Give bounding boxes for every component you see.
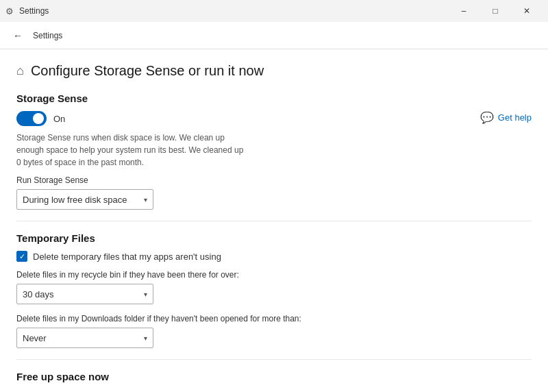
downloads-dropdown[interactable]: Never ▾ xyxy=(16,328,153,348)
temp-files-checkbox-row: ✓ Delete temporary files that my apps ar… xyxy=(16,251,532,262)
temp-files-checkbox-label: Delete temporary files that my apps aren… xyxy=(33,252,221,262)
get-help-link[interactable]: Get help xyxy=(498,112,532,123)
storage-sense-section: Storage Sense On Storage Sense runs when… xyxy=(16,93,532,210)
downloads-dropdown-arrow: ▾ xyxy=(144,334,147,342)
nav-title: Settings xyxy=(33,31,62,40)
storage-sense-toggle[interactable] xyxy=(16,111,47,126)
close-button[interactable]: ✕ xyxy=(511,0,543,22)
toggle-label: On xyxy=(53,114,65,124)
run-storage-sense-field: Run Storage Sense During low free disk s… xyxy=(16,175,532,210)
recycle-dropdown-arrow: ▾ xyxy=(144,291,147,298)
toggle-thumb xyxy=(33,113,44,124)
free-up-space-description: If you're low on space, we can try to cl… xyxy=(16,389,249,392)
recycle-bin-dropdown[interactable]: 30 days ▾ xyxy=(16,284,153,304)
title-bar: ⚙ Settings – □ ✕ xyxy=(0,0,548,22)
minimize-button[interactable]: – xyxy=(448,0,480,22)
run-dropdown-arrow: ▾ xyxy=(144,196,147,204)
title-bar-controls: – □ ✕ xyxy=(448,0,543,22)
divider-2 xyxy=(16,359,532,360)
free-up-space-title: Free up space now xyxy=(16,371,532,382)
run-dropdown-value: During low free disk space xyxy=(23,195,127,205)
recycle-dropdown-value: 30 days xyxy=(23,289,54,299)
toggle-track xyxy=(16,111,47,126)
back-icon: ← xyxy=(13,30,23,41)
title-bar-left: ⚙ Settings xyxy=(5,6,49,16)
toggle-row: On xyxy=(16,111,532,126)
storage-sense-description: Storage Sense runs when disk space is lo… xyxy=(16,132,249,169)
temp-files-checkbox[interactable]: ✓ xyxy=(16,251,27,262)
nav-bar: ← Settings xyxy=(0,22,548,49)
downloads-label: Delete files in my Downloads folder if t… xyxy=(16,314,532,323)
get-help-area: 💬 Get help xyxy=(480,111,532,124)
page-title: Configure Storage Sense or run it now xyxy=(31,63,264,79)
temporary-files-section: Temporary Files ✓ Delete temporary files… xyxy=(16,232,532,348)
settings-app-icon: ⚙ xyxy=(5,6,14,16)
temporary-files-title: Temporary Files xyxy=(16,232,532,244)
divider-1 xyxy=(16,221,532,221)
content-area: ⌂ Configure Storage Sense or run it now … xyxy=(0,49,548,392)
main-content: ⌂ Configure Storage Sense or run it now … xyxy=(0,49,548,392)
back-button[interactable]: ← xyxy=(8,26,27,45)
storage-sense-title: Storage Sense xyxy=(16,93,532,104)
run-storage-sense-label: Run Storage Sense xyxy=(16,175,532,185)
checkbox-check-icon: ✓ xyxy=(19,253,25,260)
home-icon: ⌂ xyxy=(16,64,24,78)
maximize-button[interactable]: □ xyxy=(480,0,511,22)
run-storage-sense-dropdown[interactable]: During low free disk space ▾ xyxy=(16,189,153,210)
title-bar-title: Settings xyxy=(19,6,49,16)
recycle-bin-field: Delete files in my recycle bin if they h… xyxy=(16,270,532,304)
get-help-icon: 💬 xyxy=(480,111,494,124)
downloads-dropdown-value: Never xyxy=(23,333,47,343)
downloads-field: Delete files in my Downloads folder if t… xyxy=(16,314,532,348)
recycle-bin-label: Delete files in my recycle bin if they h… xyxy=(16,270,532,280)
page-title-row: ⌂ Configure Storage Sense or run it now xyxy=(16,63,532,79)
free-up-space-section: Free up space now If you're low on space… xyxy=(16,371,532,392)
